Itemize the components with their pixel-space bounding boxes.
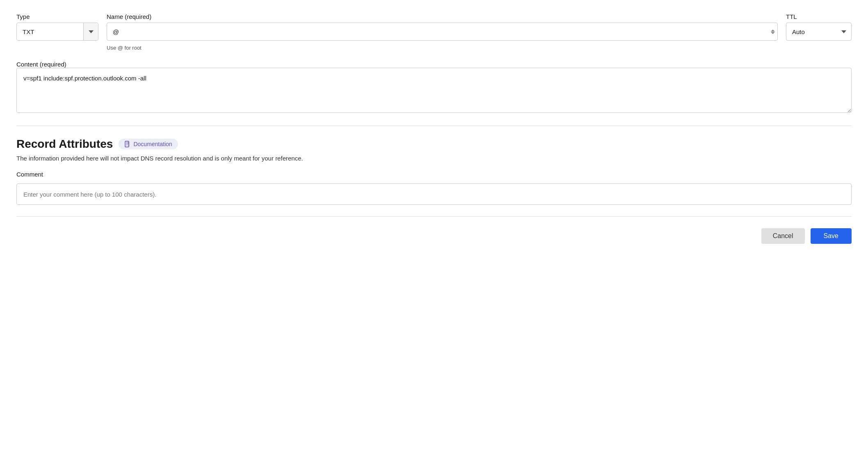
name-input[interactable]: [107, 23, 771, 40]
type-select[interactable]: TXT: [16, 23, 98, 41]
record-attributes-header: Record Attributes Documentation: [16, 138, 852, 151]
ttl-select[interactable]: Auto: [786, 23, 852, 41]
comment-label: Comment: [16, 171, 852, 178]
ttl-label: TTL: [786, 13, 852, 20]
comment-input[interactable]: [16, 183, 852, 205]
name-field-group: Name (required) Use @ for root: [107, 13, 778, 51]
ttl-field-group: TTL Auto: [786, 13, 852, 41]
documentation-badge[interactable]: Documentation: [119, 139, 178, 149]
documentation-label: Documentation: [133, 141, 172, 147]
ttl-value: Auto: [786, 28, 836, 35]
comment-field-group: Comment: [16, 171, 852, 205]
record-attributes-title: Record Attributes: [16, 138, 113, 151]
book-icon: [124, 141, 131, 147]
spinner-up-icon: [771, 30, 775, 32]
ttl-dropdown-arrow[interactable]: [836, 30, 851, 33]
cancel-button[interactable]: Cancel: [761, 228, 805, 244]
footer-actions: Cancel Save: [16, 228, 852, 244]
divider-2: [16, 216, 852, 217]
name-spinner-arrows[interactable]: [771, 30, 777, 34]
name-label: Name (required): [107, 13, 778, 20]
type-dropdown-arrow[interactable]: [83, 23, 98, 40]
name-input-wrapper: [107, 23, 778, 41]
type-label: Type: [16, 13, 98, 20]
content-textarea[interactable]: v=spf1 include:spf.protection.outlook.co…: [16, 68, 852, 113]
name-hint: Use @ for root: [107, 45, 778, 51]
save-button[interactable]: Save: [811, 228, 852, 244]
content-section: Content (required) v=spf1 include:spf.pr…: [16, 61, 852, 114]
record-attributes-desc: The information provided here will not i…: [16, 155, 852, 162]
divider-1: [16, 126, 852, 126]
content-label: Content (required): [16, 61, 66, 68]
type-value: TXT: [17, 23, 83, 40]
spinner-down-icon: [771, 32, 775, 34]
chevron-down-icon: [841, 30, 846, 33]
record-attributes-section: Record Attributes Documentation The info…: [16, 138, 852, 205]
chevron-down-icon: [89, 30, 94, 33]
type-field-group: Type TXT: [16, 13, 98, 41]
svg-rect-0: [125, 141, 129, 147]
